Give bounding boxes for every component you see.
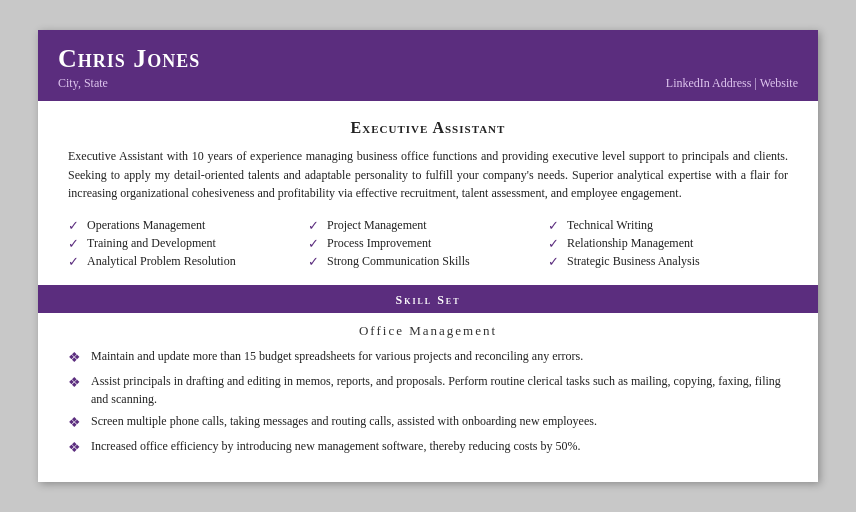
diamond-icon: ❖ (68, 437, 81, 458)
skill-label: Strategic Business Analysis (567, 254, 700, 269)
check-icon: ✓ (68, 236, 79, 252)
candidate-name: Chris Jones (58, 44, 798, 74)
bullet-text: Maintain and update more than 15 budget … (91, 347, 583, 365)
skill-label: Technical Writing (567, 218, 653, 233)
skill-item: ✓ Strategic Business Analysis (548, 253, 788, 271)
skill-item: ✓ Training and Development (68, 235, 308, 253)
skill-item: ✓ Analytical Problem Resolution (68, 253, 308, 271)
summary-text: Executive Assistant with 10 years of exp… (68, 147, 788, 203)
candidate-links: LinkedIn Address | Website (666, 76, 798, 91)
skill-item: ✓ Strong Communication Skills (308, 253, 548, 271)
check-icon: ✓ (68, 218, 79, 234)
diamond-icon: ❖ (68, 372, 81, 393)
skills-col-2: ✓ Project Management ✓ Process Improveme… (308, 217, 548, 271)
skill-item: ✓ Process Improvement (308, 235, 548, 253)
list-item: ❖ Maintain and update more than 15 budge… (68, 347, 788, 368)
skill-label: Process Improvement (327, 236, 431, 251)
bullet-text: Increased office efficiency by introduci… (91, 437, 580, 455)
skill-label: Analytical Problem Resolution (87, 254, 236, 269)
content-area: Executive Assistant Executive Assistant … (38, 101, 818, 482)
diamond-icon: ❖ (68, 412, 81, 433)
check-icon: ✓ (68, 254, 79, 270)
skills-grid: ✓ Operations Management ✓ Training and D… (68, 217, 788, 271)
list-item: ❖ Assist principals in drafting and edit… (68, 372, 788, 408)
skill-set-label: Skill Set (395, 293, 460, 307)
skill-label: Operations Management (87, 218, 205, 233)
bullet-text: Assist principals in drafting and editin… (91, 372, 788, 408)
bullet-text: Screen multiple phone calls, taking mess… (91, 412, 597, 430)
resume-container: Chris Jones City, State LinkedIn Address… (38, 30, 818, 482)
check-icon: ✓ (308, 218, 319, 234)
skill-item: ✓ Technical Writing (548, 217, 788, 235)
skill-item: ✓ Relationship Management (548, 235, 788, 253)
office-management-title: Office Management (68, 323, 788, 339)
check-icon: ✓ (548, 236, 559, 252)
check-icon: ✓ (308, 254, 319, 270)
check-icon: ✓ (548, 218, 559, 234)
check-icon: ✓ (548, 254, 559, 270)
list-item: ❖ Increased office efficiency by introdu… (68, 437, 788, 458)
list-item: ❖ Screen multiple phone calls, taking me… (68, 412, 788, 433)
skills-col-3: ✓ Technical Writing ✓ Relationship Manag… (548, 217, 788, 271)
skill-label: Project Management (327, 218, 427, 233)
skill-item: ✓ Project Management (308, 217, 548, 235)
skill-item: ✓ Operations Management (68, 217, 308, 235)
skills-col-1: ✓ Operations Management ✓ Training and D… (68, 217, 308, 271)
skill-set-bar: Skill Set (38, 285, 818, 313)
skill-label: Training and Development (87, 236, 216, 251)
diamond-icon: ❖ (68, 347, 81, 368)
skill-label: Strong Communication Skills (327, 254, 470, 269)
bullet-list: ❖ Maintain and update more than 15 budge… (68, 347, 788, 458)
job-title: Executive Assistant (68, 119, 788, 137)
skill-label: Relationship Management (567, 236, 693, 251)
header-bar: Chris Jones City, State LinkedIn Address… (38, 30, 818, 101)
check-icon: ✓ (308, 236, 319, 252)
